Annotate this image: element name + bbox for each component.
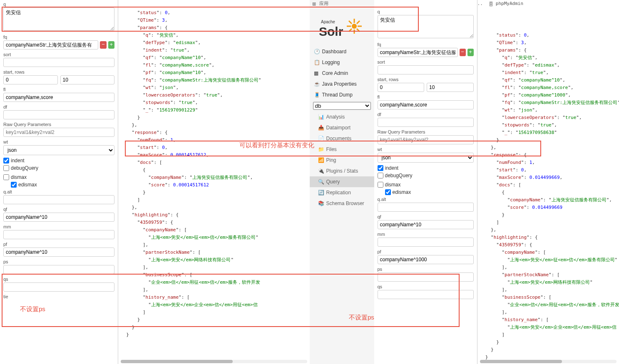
fq-add-button-r[interactable]: +	[467, 49, 474, 56]
nav-documents[interactable]: 📄Documents	[310, 133, 374, 144]
dismax-label-r: dismax	[385, 182, 401, 188]
fq-remove-button[interactable]: −	[100, 41, 106, 49]
annotation-center-text: 可以看到打分基本没有变化	[239, 141, 314, 149]
json-response-right: 💧水滴信用-企业查询... 📄全国医疗机构查询 📃pm.test.pingans…	[477, 0, 619, 364]
ping-icon: 📶	[318, 157, 324, 163]
qf-input[interactable]	[3, 213, 114, 222]
dismax-checkbox[interactable]	[3, 174, 9, 180]
annotation-no-ps-right: 不设置ps	[349, 314, 374, 322]
rqp-input-r[interactable]	[378, 135, 474, 144]
nav-files[interactable]: 📁Files	[310, 144, 374, 155]
qf-input-r[interactable]	[378, 220, 474, 229]
sort-input-r[interactable]	[378, 65, 474, 74]
core-select[interactable]: db	[313, 102, 371, 110]
startrows-label: start, rows	[3, 69, 114, 74]
edismax-checkbox[interactable]	[11, 182, 17, 188]
mm-input-r[interactable]	[378, 238, 474, 247]
sort-input[interactable]	[3, 58, 114, 67]
svg-text:Apache: Apache	[321, 20, 335, 24]
bookmark-b3[interactable]: 📃pm.test.pinganse...	[477, 0, 483, 7]
df-input[interactable]	[3, 110, 114, 119]
ps-label: ps	[3, 259, 114, 264]
fq-add-button[interactable]: +	[108, 41, 114, 49]
nav-query[interactable]: 🔍Query	[310, 176, 374, 187]
qalt-input-r[interactable]	[378, 203, 474, 212]
analysis-icon: 📊	[318, 114, 324, 120]
rows-input-r[interactable]	[427, 83, 474, 92]
debugquery-label: debugQuery	[11, 165, 38, 171]
rows-input[interactable]	[60, 75, 115, 84]
fq-input[interactable]	[3, 40, 98, 50]
scrollbar-horizontal[interactable]	[121, 360, 307, 363]
qs-label-r: qs	[378, 284, 474, 289]
q-input[interactable]: 凭安信	[3, 7, 114, 31]
nav-javaprops[interactable]: ☕Java Properties	[310, 79, 374, 89]
nav-dashboard[interactable]: 🕐Dashboard	[310, 46, 374, 57]
thread-icon: 🧵	[314, 92, 320, 98]
nav-dataimport[interactable]: 📥Dataimport	[310, 122, 374, 133]
replication-icon: 🔄	[318, 190, 324, 196]
nav-schema[interactable]: 📚Schema Browser	[310, 198, 374, 209]
start-input[interactable]	[3, 75, 58, 84]
dataimport-icon: 📥	[318, 125, 324, 131]
wt-label-r: wt	[378, 147, 474, 152]
ps-input[interactable]	[3, 265, 114, 274]
solr-logo: Apache Solr	[310, 7, 374, 46]
dashboard-icon: 🕐	[314, 49, 320, 54]
fl-input-r[interactable]	[378, 100, 474, 109]
bookmark-b4[interactable]: 🗄phpMyAdmin	[489, 0, 523, 7]
df-label-r: df	[378, 112, 474, 117]
mm-input[interactable]	[3, 230, 114, 239]
edismax-label-r: edismax	[393, 189, 411, 195]
plugins-icon: 🔌	[318, 168, 324, 174]
pf-input[interactable]	[3, 248, 114, 257]
wt-select-r[interactable]: json	[378, 153, 474, 163]
startrows-label-r: start, rows	[378, 77, 474, 82]
q-input-r[interactable]: 凭安信	[378, 15, 474, 38]
qs-input[interactable]	[3, 282, 114, 292]
schema-icon: 📚	[318, 201, 324, 206]
annotation-no-ps-left: 不设置ps	[20, 305, 45, 313]
fl-input[interactable]	[3, 93, 114, 102]
debugquery-checkbox[interactable]	[3, 165, 9, 171]
nav-analysis[interactable]: 📊Analysis	[310, 111, 374, 122]
sort-label: sort	[3, 52, 114, 57]
bookmarks-bar: ⊞应用	[310, 0, 374, 7]
files-icon: 📁	[318, 146, 324, 152]
df-input-r[interactable]	[378, 118, 474, 127]
q-label: q	[3, 2, 114, 7]
qalt-input[interactable]	[3, 195, 114, 204]
debugquery-checkbox-r[interactable]	[378, 173, 383, 178]
scrollbar-horizontal-r[interactable]	[480, 360, 617, 363]
java-icon: ☕	[314, 81, 320, 87]
dismax-checkbox-r[interactable]	[378, 182, 383, 188]
bookmark-apps[interactable]: ⊞应用	[312, 0, 328, 7]
start-input-r[interactable]	[378, 83, 425, 92]
pf-label: pf	[3, 242, 114, 247]
logging-icon: 📋	[314, 59, 320, 65]
fq-label: fq	[3, 35, 114, 40]
indent-checkbox-r[interactable]	[378, 165, 383, 171]
edismax-checkbox-r[interactable]	[385, 189, 391, 195]
nav-replication[interactable]: 🔄Replication	[310, 187, 374, 198]
edismax-label: edismax	[18, 182, 37, 188]
svg-text:Solr: Solr	[319, 25, 343, 38]
wt-select[interactable]: json	[3, 145, 114, 155]
nav-logging[interactable]: 📋Logging	[310, 57, 374, 68]
rqp-input[interactable]	[3, 128, 114, 137]
fq-input-r[interactable]	[378, 48, 458, 57]
indent-label-r: indent	[385, 165, 399, 171]
pf-label-r: pf	[378, 249, 474, 254]
nav-plugins[interactable]: 🔌Plugins / Stats	[310, 166, 374, 176]
rqp-label-r: Raw Query Parameters	[378, 129, 474, 134]
ps-input-r[interactable]	[378, 272, 474, 282]
nav-threaddump[interactable]: 🧵Thread Dump	[310, 89, 374, 100]
indent-checkbox[interactable]	[3, 158, 9, 163]
fq-remove-button-r[interactable]: −	[460, 49, 466, 56]
qs-label: qs	[3, 277, 114, 282]
nav-ping[interactable]: 📶Ping	[310, 155, 374, 166]
pf-input-r[interactable]	[378, 255, 474, 264]
qs-input-r[interactable]	[378, 290, 474, 299]
nav-coreadmin[interactable]: ▦Core Admin	[310, 68, 374, 79]
qf-label-r: qf	[378, 214, 474, 219]
